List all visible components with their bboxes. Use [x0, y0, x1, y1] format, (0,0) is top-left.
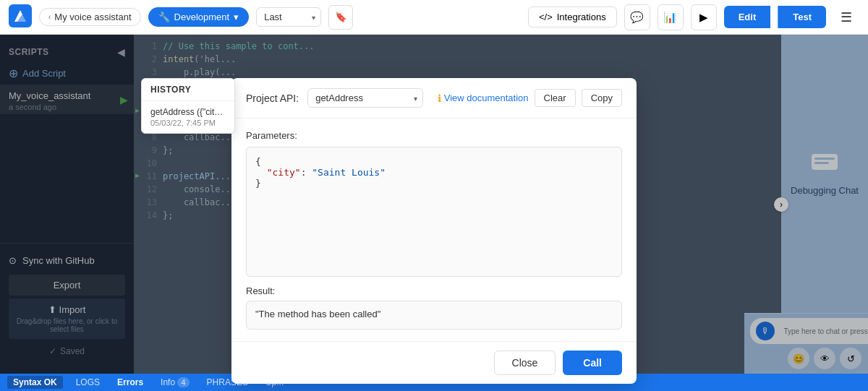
play-icon: ▶ — [699, 11, 708, 24]
view-doc-label: View documentation — [444, 93, 529, 103]
last-select[interactable]: Last — [256, 7, 321, 27]
project-api-label: Project API: — [246, 93, 299, 104]
json-key: "city" — [267, 167, 301, 178]
modal-body: Parameters: { "city": "Saint Louis" } Re… — [231, 119, 637, 341]
modal-footer: Close Call — [231, 341, 637, 384]
edit-button[interactable]: Edit — [724, 6, 771, 28]
logs-tab[interactable]: LOGS — [72, 377, 104, 387]
result-box: "The method has been called" — [246, 301, 622, 330]
env-label: Development — [174, 12, 230, 22]
navbar: ‹ My voice assistant 🔧 Development ▾ Las… — [0, 0, 868, 35]
info-label: Info — [161, 377, 175, 387]
info-count-badge: 4 — [177, 377, 189, 387]
app-logo — [9, 4, 32, 30]
result-label: Result: — [246, 285, 622, 296]
modal-overlay: HISTORY getAddress ({"city":"Sain... 05/… — [0, 35, 868, 374]
history-title: HISTORY — [142, 79, 234, 101]
info-tab[interactable]: Info 4 — [156, 377, 193, 387]
view-documentation-link[interactable]: ℹ View documentation — [438, 93, 529, 104]
api-call-modal: Project API: getAddress getCity getWeath… — [231, 78, 637, 384]
history-item-name: getAddress ({"city":"Sain... — [150, 107, 226, 117]
analytics-button[interactable]: 📊 — [658, 4, 684, 30]
api-select[interactable]: getAddress getCity getWeather — [307, 88, 423, 108]
bookmark-icon: 🔖 — [335, 12, 347, 22]
integrations-button[interactable]: </> Integrations — [528, 7, 617, 27]
back-label: My voice assistant — [54, 12, 131, 22]
chevron-down-icon: ▾ — [234, 12, 239, 22]
copy-button[interactable]: Copy — [582, 89, 622, 107]
clear-button[interactable]: Clear — [535, 89, 576, 107]
hamburger-icon: ☰ — [841, 9, 852, 25]
modal-header: Project API: getAddress getCity getWeath… — [231, 78, 637, 119]
api-select-wrapper: getAddress getCity getWeather ▾ — [307, 88, 423, 108]
params-json: { "city": "Saint Louis" } — [255, 156, 613, 189]
back-button[interactable]: ‹ My voice assistant — [39, 8, 141, 26]
params-editor[interactable]: { "city": "Saint Louis" } — [246, 147, 622, 277]
bookmark-button[interactable]: 🔖 — [328, 5, 353, 30]
errors-tab[interactable]: Errors — [113, 377, 148, 387]
play-button[interactable]: ▶ — [691, 4, 717, 30]
code-icon: </> — [539, 12, 553, 22]
history-item-date: 05/03/22, 7:45 PM — [150, 119, 226, 127]
errors-label: Errors — [117, 377, 143, 387]
call-button[interactable]: Call — [563, 351, 622, 375]
history-item[interactable]: getAddress ({"city":"Sain... 05/03/22, 7… — [142, 101, 234, 133]
modal-header-right: ℹ View documentation Clear Copy — [438, 89, 622, 107]
integrations-label: Integrations — [557, 12, 606, 22]
close-button[interactable]: Close — [494, 351, 556, 375]
modal-header-left: Project API: getAddress getCity getWeath… — [246, 88, 423, 108]
chat-icon: 💬 — [630, 11, 644, 24]
syntax-ok-badge: Syntax OK — [7, 376, 63, 389]
json-value: "Saint Louis" — [312, 167, 386, 178]
history-panel: HISTORY getAddress ({"city":"Sain... 05/… — [141, 78, 235, 134]
chevron-left-icon: ‹ — [48, 13, 51, 21]
wrench-icon: 🔧 — [158, 12, 170, 22]
menu-button[interactable]: ☰ — [833, 4, 859, 30]
params-label: Parameters: — [246, 130, 622, 141]
result-value: "The method has been called" — [255, 309, 380, 319]
test-button[interactable]: Test — [778, 6, 826, 28]
help-circle-icon: ℹ — [438, 93, 441, 104]
chat-icon-button[interactable]: 💬 — [624, 4, 650, 30]
environment-button[interactable]: 🔧 Development ▾ — [148, 7, 250, 27]
bar-chart-icon: 📊 — [663, 11, 677, 24]
